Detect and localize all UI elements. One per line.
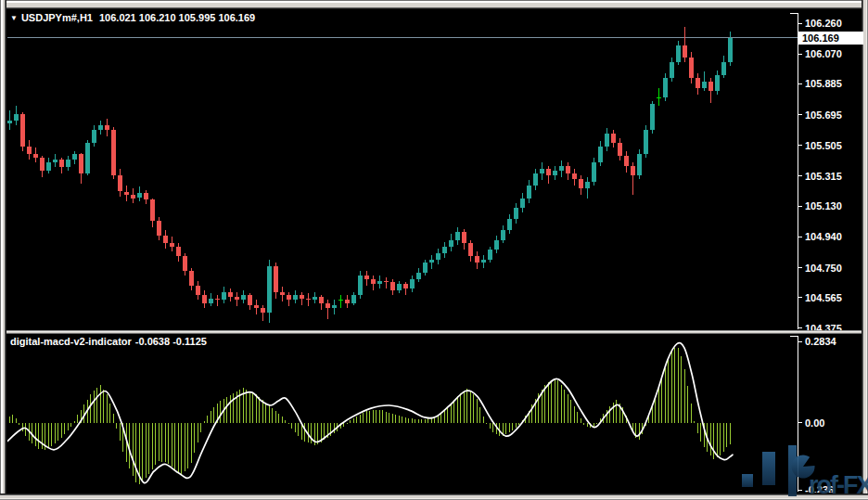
candle-body (189, 271, 194, 286)
candle-body (338, 300, 343, 301)
candle-body (274, 266, 278, 292)
candle-body (689, 58, 694, 79)
candle-body (215, 299, 220, 301)
logo-candle-body (762, 452, 775, 485)
candle-body (105, 125, 109, 130)
candle-body (319, 297, 324, 303)
candle-body (79, 154, 83, 173)
proffx-watermark: rof-FX (731, 438, 868, 500)
candle-body (449, 240, 453, 247)
candle-body (176, 247, 181, 257)
candle-body (293, 295, 298, 300)
candle-body (124, 192, 129, 196)
candle-body (403, 284, 408, 288)
candle-body (501, 230, 505, 240)
candle-body (462, 232, 466, 243)
candle-body (222, 292, 226, 301)
candle-body (546, 169, 551, 175)
candle-body (345, 300, 350, 303)
candle-body (235, 297, 239, 301)
chart-ohlc-values: 106.021 106.210 105.995 106.169 (99, 12, 255, 23)
candle-body (598, 147, 603, 162)
candle-body (267, 266, 272, 314)
candles-layer (7, 27, 733, 323)
candle-body (410, 279, 415, 289)
candle-body (85, 143, 90, 173)
indicator-values: -0.0638 -0.1125 (135, 336, 207, 347)
candle-body (494, 240, 499, 250)
price-chart-canvas[interactable]: 106.260106.070105.885105.695105.505105.3… (7, 9, 862, 330)
candle-body (7, 121, 12, 124)
candle-body (40, 158, 45, 171)
candle-body (20, 114, 25, 147)
candle-body (585, 182, 590, 188)
candle-body (313, 297, 317, 301)
candle-body (371, 279, 376, 284)
indicator-axis-label: 0.00 (805, 417, 824, 429)
current-price-tag: 106.169 (798, 32, 863, 45)
price-axis-label: 105.315 (805, 171, 842, 182)
candle-body (481, 260, 486, 263)
candle-body (98, 125, 103, 130)
candle-body (442, 247, 447, 253)
histogram-layer (9, 348, 730, 484)
mt4-chart-window: 106.260106.070105.885105.695105.505105.3… (0, 0, 868, 500)
candle-body (46, 162, 51, 171)
candle-body (637, 154, 642, 175)
candle-body (131, 195, 135, 199)
candle-body (150, 199, 155, 221)
candle-body (475, 256, 479, 263)
candle-body (572, 173, 577, 178)
candle-body (241, 295, 246, 300)
candle-body (670, 62, 674, 78)
candle-body (644, 130, 648, 154)
candle-body (514, 208, 518, 219)
candle-body (540, 169, 544, 173)
candle-body (358, 276, 363, 295)
price-axis-label: 105.505 (805, 140, 842, 151)
candle-body (650, 104, 655, 130)
panel-splitter[interactable] (6, 330, 862, 334)
candle-body (468, 243, 473, 256)
candle-body (553, 171, 557, 175)
price-axis-label: 104.940 (805, 231, 842, 242)
candle-body (280, 292, 285, 296)
candle-body (228, 292, 233, 297)
candle-body (702, 82, 707, 88)
candle-body (183, 256, 187, 271)
candle-body (92, 130, 96, 143)
candle-body (137, 193, 142, 198)
candle-body (53, 160, 57, 163)
candle-body (118, 175, 122, 191)
candle-body (377, 281, 382, 285)
candle-body (300, 295, 304, 299)
candle-body (248, 295, 252, 305)
candle-body (429, 260, 434, 263)
candle-body (728, 38, 733, 62)
logo-candle-body (742, 474, 753, 487)
candle-body (579, 179, 583, 189)
proffx-logo: rof-FX (742, 440, 868, 500)
candle-body (657, 97, 661, 98)
candle-body (533, 173, 538, 185)
price-axis-label: 104.750 (805, 263, 842, 274)
price-axis-label: 106.260 (805, 18, 842, 29)
candle-body (326, 303, 330, 308)
candle-body (390, 282, 395, 290)
candle-body (397, 284, 402, 290)
indicator-name: digital-macd-v2-indicator (10, 336, 132, 347)
price-axis-label: 104.565 (805, 292, 842, 303)
chart-symbol-period: USDJPYm#,H1 (21, 12, 93, 23)
candle-body (696, 78, 700, 88)
candle-body (488, 250, 492, 260)
candle-body (527, 186, 531, 199)
candle-body (384, 281, 389, 283)
candle-body (520, 199, 525, 209)
candle-body (676, 45, 681, 62)
candle-body (170, 243, 174, 247)
candle-body (59, 160, 64, 168)
indicator-title: digital-macd-v2-indicator-0.0638 -0.1125 (10, 336, 207, 347)
window-frame-left (0, 0, 6, 500)
candle-body (14, 114, 19, 121)
watermark-text: rof-FX (809, 471, 868, 499)
